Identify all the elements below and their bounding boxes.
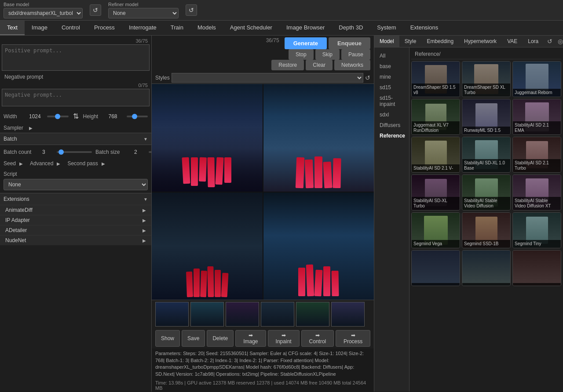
model-cat-reference[interactable]: Reference (374, 131, 409, 141)
thumbnail-2[interactable] (190, 302, 224, 327)
tab-process[interactable]: Process (87, 21, 122, 35)
refiner-model-refresh-button[interactable]: ↺ (186, 4, 197, 16)
width-slider[interactable] (47, 116, 69, 117)
gen-image-1[interactable] (152, 84, 263, 192)
tab-text[interactable]: Text (0, 21, 25, 35)
model-tab-hypernetwork[interactable]: Hypernetwork (459, 36, 502, 47)
model-card-stabilityai-sdxl-base[interactable]: StabilityAI SD-XL 1.0 Base (462, 137, 511, 173)
skip-button[interactable]: Skip (315, 49, 340, 60)
tab-depth-3d[interactable]: Depth 3D (332, 21, 370, 35)
height-slider[interactable] (127, 116, 148, 117)
model-cat-diffusers[interactable]: Diffusers (374, 120, 409, 130)
gen-image-3[interactable] (152, 192, 263, 300)
save-button[interactable]: Save (182, 330, 205, 347)
batch-count-slider[interactable] (57, 151, 92, 153)
advanced-arrow[interactable]: ▶ (57, 161, 60, 166)
pause-button[interactable]: Pause (341, 49, 370, 60)
model-cat-all[interactable]: All (374, 51, 409, 61)
tab-system[interactable]: System (370, 21, 403, 35)
base-model-refresh-button[interactable]: ↺ (90, 4, 101, 16)
model-tab-embedding[interactable]: Embedding (421, 36, 459, 47)
thumbnail-row (152, 300, 374, 328)
batch-size-slider[interactable] (149, 151, 152, 153)
second-pass-arrow[interactable]: ▶ (102, 161, 105, 166)
thumbnail-4[interactable] (261, 302, 294, 327)
model-card-extra-1[interactable] (411, 250, 460, 286)
tab-agent-scheduler[interactable]: Agent Scheduler (223, 21, 279, 35)
tab-extensions[interactable]: Extensions (403, 21, 446, 35)
ext-adetailer-arrow[interactable]: ▶ (143, 228, 146, 233)
thumbnail-6[interactable] (331, 302, 365, 327)
model-cat-base[interactable]: base (374, 62, 409, 71)
model-card-stabilityai-sd21-turbo[interactable]: StabilityAI SD 2.1 Turbo (512, 137, 561, 173)
tab-control[interactable]: Control (55, 21, 87, 35)
model-tab-model[interactable]: Model (374, 36, 399, 47)
prompt-input[interactable] (2, 44, 150, 71)
tab-models[interactable]: Models (190, 21, 223, 35)
thumbnail-1[interactable] (155, 302, 189, 327)
model-card-stabilityai-sdxl-turbo[interactable]: StabilityAI SD-XL Turbo (411, 174, 460, 211)
neg-prompt-input[interactable] (2, 89, 150, 106)
model-card-extra-3[interactable] (512, 250, 561, 286)
model-tab-vae[interactable]: VAE (502, 36, 523, 47)
styles-refresh-icon[interactable]: ↺ (365, 74, 370, 81)
width-label: Width (4, 113, 26, 120)
base-model-select[interactable]: sdxl/dreamshaperXL_turboDpr... (4, 8, 83, 18)
show-button[interactable]: Show (155, 330, 180, 347)
model-card-dreamshaper-sd15[interactable]: DreamShaper SD 1.5 v8 (411, 61, 460, 97)
extensions-collapse-button[interactable]: ▼ (143, 197, 148, 202)
thumbnail-5[interactable] (296, 302, 329, 327)
seed-arrow[interactable]: ▶ (19, 161, 23, 166)
model-circle-icon[interactable]: ◎ (556, 36, 563, 47)
model-cat-sdxl[interactable]: sdxl (374, 110, 409, 120)
ext-nudenet-arrow[interactable]: ▶ (143, 238, 146, 243)
thumbnail-3[interactable] (226, 302, 259, 327)
ext-ipadapter-arrow[interactable]: ▶ (143, 218, 146, 223)
send-to-inpaint-button[interactable]: ➡ Inpaint (268, 330, 300, 347)
send-to-image-button[interactable]: ➡ Image (235, 330, 266, 347)
generate-button[interactable]: Generate (285, 37, 327, 49)
refiner-model-select[interactable]: None (108, 8, 179, 18)
model-card-segmind-ssd[interactable]: Segmind SSD-1B (462, 212, 511, 248)
model-card-stabilityai-sd21-ema[interactable]: StabilityAI SD 2.1 EMA (512, 99, 561, 135)
send-to-process-button[interactable]: ➡ Process (336, 330, 370, 347)
batch-section-header[interactable]: Batch ▼ (0, 133, 151, 145)
model-tab-style[interactable]: Style (399, 36, 422, 47)
gen-image-2[interactable] (263, 84, 374, 192)
send-to-control-button[interactable]: ➡ Control (301, 330, 334, 347)
tab-image-browser[interactable]: Image Browser (279, 21, 332, 35)
model-card-stabilityai-sd21v[interactable]: StabilityAI SD 2.1 V- (411, 137, 460, 173)
model-card-stabilityai-svd[interactable]: StabilityAI Stable Video Diffusion (462, 174, 511, 211)
model-cat-sd15[interactable]: sd15 (374, 83, 409, 92)
clear-button[interactable]: Clear (306, 60, 333, 70)
stop-button[interactable]: Stop (289, 49, 314, 60)
model-refresh-icon[interactable]: ↺ (545, 36, 554, 47)
model-card-juggernaut-v7[interactable]: Juggernaut XL V7 RunDiffusion (411, 99, 460, 135)
tab-interrogate[interactable]: Interrogate (122, 21, 164, 35)
tab-image[interactable]: Image (25, 21, 55, 35)
main-layout: 36/75 Negative prompt 0/75 Width 1024 ⇅ … (0, 36, 563, 392)
model-tab-lora[interactable]: Lora (523, 36, 544, 47)
model-cat-sd15-inpaint[interactable]: sd15-inpaint (374, 93, 409, 109)
ext-animatediff-arrow[interactable]: ▶ (143, 208, 146, 213)
model-cat-mine[interactable]: mine (374, 72, 409, 82)
model-card-segmind-tiny[interactable]: Segmind Tiny (512, 212, 561, 248)
gen-image-4[interactable] (263, 192, 374, 300)
sampler-arrow[interactable]: ▶ (29, 126, 33, 131)
enqueue-button[interactable]: Enqueue (329, 37, 370, 49)
script-select[interactable]: None (4, 179, 148, 190)
batch-collapse-button[interactable]: ▼ (143, 137, 148, 142)
model-card-extra-2[interactable] (462, 250, 511, 286)
delete-button[interactable]: Delete (207, 330, 234, 347)
restore-button[interactable]: Restore (271, 60, 304, 70)
model-card-dreamshaper-sdxl[interactable]: DreamShaper SD XL Turbo (462, 61, 511, 97)
model-card-stabilityai-svd-xt[interactable]: StabilityAI Stable Video Diffusion XT (512, 174, 561, 211)
model-card-runwayml-sd15[interactable]: RunwayML SD 1.5 (462, 99, 511, 135)
swap-dimensions-button[interactable]: ⇅ (72, 111, 80, 121)
styles-select[interactable] (172, 73, 363, 83)
networks-button[interactable]: Networks (334, 60, 370, 70)
model-card-segmind-vega[interactable]: Segmind Vega (411, 212, 460, 248)
tab-train[interactable]: Train (164, 21, 190, 35)
model-card-juggernaut-reborn[interactable]: Juggernaut Reborn (512, 61, 561, 97)
extensions-header[interactable]: Extensions ▼ (0, 193, 151, 205)
